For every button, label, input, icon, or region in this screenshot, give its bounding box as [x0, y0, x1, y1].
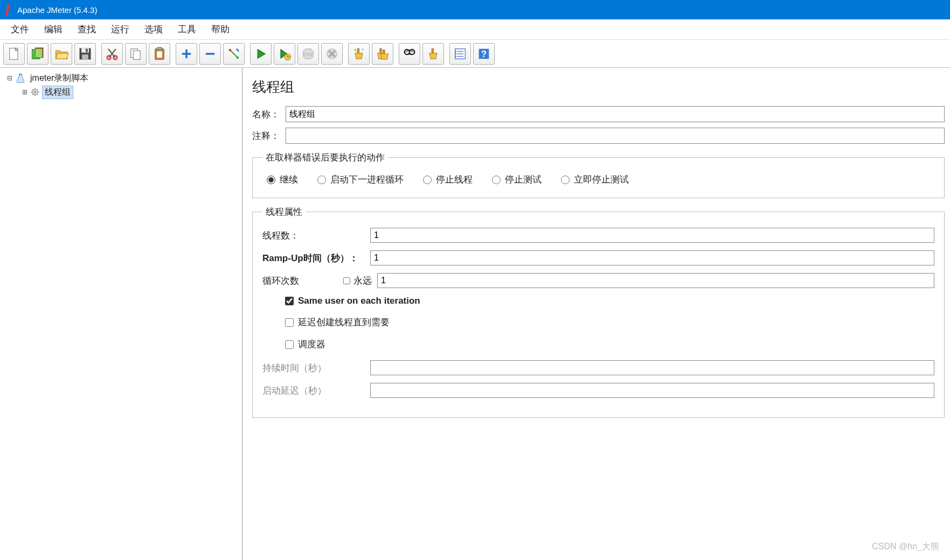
svg-rect-3 — [35, 48, 43, 58]
expand-toggle-icon[interactable]: ⊞ — [22, 89, 28, 95]
start-button[interactable] — [250, 43, 272, 65]
svg-point-34 — [362, 48, 364, 51]
rampup-label: Ramp-Up时间（秒）： — [262, 252, 370, 264]
menu-file[interactable]: 文件 — [3, 20, 37, 39]
thread-properties-fieldset: 线程属性 线程数： Ramp-Up时间（秒）： 循环次数 永远 Same use… — [252, 206, 945, 418]
reset-search-icon — [426, 46, 441, 61]
loop-input[interactable] — [377, 273, 934, 288]
menu-bar: 文件 编辑 查找 运行 选项 工具 帮助 — [0, 19, 950, 40]
svg-text:STOP: STOP — [303, 52, 314, 56]
templates-button[interactable] — [27, 43, 48, 65]
svg-point-52 — [34, 91, 36, 93]
window-title: Apache JMeter (5.4.3) — [17, 5, 97, 15]
radio-continue[interactable]: 继续 — [267, 173, 298, 186]
start-no-timers-button[interactable] — [274, 43, 295, 65]
paste-button[interactable] — [149, 43, 170, 65]
copy-icon — [128, 46, 143, 61]
radio-continue-input[interactable] — [267, 176, 275, 184]
name-input[interactable] — [286, 106, 945, 122]
thread-group-icon — [30, 87, 40, 97]
delay-create-label: 延迟创建线程直到需要 — [298, 316, 390, 328]
stop-button[interactable]: STOP — [297, 43, 319, 65]
menu-options[interactable]: 选项 — [137, 20, 170, 39]
radio-next-loop-input[interactable] — [317, 176, 326, 184]
svg-line-60 — [37, 89, 38, 90]
new-button[interactable] — [3, 43, 25, 65]
radio-stop-now-input[interactable] — [561, 176, 570, 184]
svg-point-47 — [455, 55, 456, 57]
templates-icon — [30, 46, 45, 61]
search-button[interactable] — [399, 43, 420, 65]
start-icon — [253, 46, 268, 61]
duration-input — [370, 360, 934, 375]
cut-button[interactable] — [101, 43, 123, 65]
collapse-button[interactable] — [199, 43, 221, 65]
tree-thread-group-label: 线程组 — [42, 86, 73, 99]
radio-stop-test-input[interactable] — [492, 176, 501, 184]
svg-point-20 — [229, 48, 232, 51]
svg-rect-36 — [383, 49, 385, 53]
same-user-checkbox[interactable] — [285, 297, 294, 305]
svg-marker-22 — [258, 49, 265, 58]
thread-group-panel: 线程组 名称： 注释： 在取样器错误后要执行的动作 继续 启动下一进程循环 停止… — [242, 68, 950, 560]
threads-input[interactable] — [370, 228, 934, 243]
reset-search-button[interactable] — [422, 43, 444, 65]
svg-line-58 — [37, 94, 38, 95]
tree-thread-group-row[interactable]: ⊞ 线程组 — [2, 85, 240, 99]
tree-root-label: jmeter录制脚本 — [28, 72, 91, 85]
rampup-input[interactable] — [370, 250, 934, 265]
comment-label: 注释： — [252, 130, 286, 142]
menu-run[interactable]: 运行 — [103, 20, 137, 39]
toolbar: STOP ? — [0, 40, 950, 68]
help-icon: ? — [476, 46, 491, 61]
name-label: 名称： — [252, 108, 286, 121]
radio-stop-test[interactable]: 停止测试 — [492, 173, 542, 186]
svg-rect-15 — [157, 47, 162, 50]
svg-line-59 — [32, 94, 33, 95]
copy-button[interactable] — [125, 43, 147, 65]
shutdown-icon — [324, 46, 339, 61]
svg-point-21 — [237, 56, 239, 59]
menu-search[interactable]: 查找 — [70, 20, 103, 39]
save-icon — [78, 46, 93, 61]
startup-delay-label: 启动延迟（秒） — [262, 384, 370, 397]
menu-edit[interactable]: 编辑 — [37, 20, 70, 39]
scheduler-checkbox[interactable] — [285, 340, 294, 349]
function-helper-icon — [453, 46, 468, 61]
help-button[interactable]: ? — [473, 43, 495, 65]
function-helper-button[interactable] — [449, 43, 471, 65]
expand-button[interactable] — [176, 43, 197, 65]
app-icon — [4, 4, 12, 16]
window-titlebar: Apache JMeter (5.4.3) — [0, 0, 950, 19]
forever-checkbox[interactable] — [343, 277, 350, 284]
radio-next-loop[interactable]: 启动下一进程循环 — [317, 173, 404, 186]
toggle-button[interactable] — [223, 43, 245, 65]
radio-stop-thread-input[interactable] — [423, 176, 432, 184]
startup-delay-input — [370, 383, 934, 398]
cut-icon — [105, 46, 120, 61]
open-icon — [54, 46, 69, 61]
error-action-legend: 在取样器错误后要执行的动作 — [262, 151, 388, 164]
svg-rect-5 — [81, 48, 89, 52]
delay-create-checkbox[interactable] — [285, 318, 294, 327]
radio-stop-thread[interactable]: 停止线程 — [423, 173, 473, 186]
test-plan-icon — [15, 73, 26, 83]
open-button[interactable] — [51, 43, 72, 65]
test-plan-tree[interactable]: ⊟ jmeter录制脚本 ⊞ 线程组 — [0, 68, 242, 560]
collapse-toggle-icon[interactable]: ⊟ — [6, 75, 13, 81]
clear-all-icon — [375, 46, 390, 61]
shutdown-button[interactable] — [321, 43, 343, 65]
clear-all-button[interactable] — [372, 43, 393, 65]
tree-root-row[interactable]: ⊟ jmeter录制脚本 — [2, 71, 240, 85]
plus-icon — [179, 46, 194, 61]
menu-help[interactable]: 帮助 — [204, 20, 237, 39]
toggle-icon — [226, 46, 241, 61]
svg-point-46 — [455, 53, 456, 54]
clear-button[interactable] — [348, 43, 370, 65]
start-no-timers-icon — [277, 46, 292, 61]
save-button[interactable] — [74, 43, 96, 65]
menu-tools[interactable]: 工具 — [170, 20, 204, 39]
clear-icon — [351, 46, 366, 61]
radio-stop-now[interactable]: 立即停止测试 — [561, 173, 629, 186]
comment-input[interactable] — [286, 128, 945, 144]
